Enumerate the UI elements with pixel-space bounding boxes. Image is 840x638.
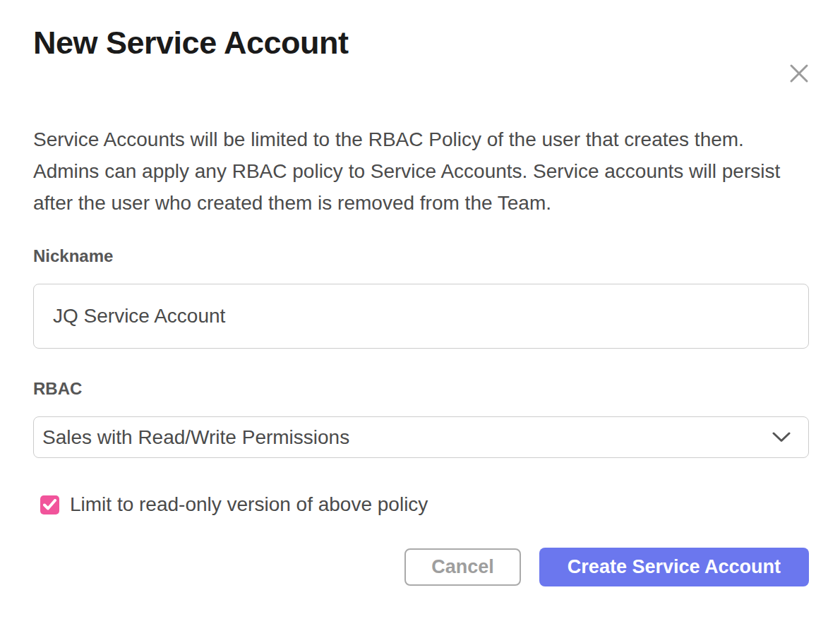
rbac-select[interactable]: Sales with Read/Write Permissions	[33, 416, 809, 458]
rbac-select-wrapper: Sales with Read/Write Permissions	[33, 416, 809, 458]
nickname-label: Nickname	[33, 246, 809, 266]
close-button[interactable]	[786, 61, 812, 86]
modal-actions: Cancel Create Service Account	[33, 548, 809, 586]
readonly-checkbox-label: Limit to read-only version of above poli…	[70, 493, 428, 516]
modal-title: New Service Account	[33, 27, 809, 59]
rbac-label: RBAC	[33, 379, 809, 399]
create-service-account-button[interactable]: Create Service Account	[539, 548, 809, 586]
cancel-button[interactable]: Cancel	[404, 548, 521, 586]
checkmark-icon	[43, 499, 56, 510]
new-service-account-modal: New Service Account Service Accounts wil…	[0, 27, 840, 638]
readonly-checkbox[interactable]	[40, 495, 59, 514]
modal-description: Service Accounts will be limited to the …	[33, 124, 809, 219]
readonly-checkbox-row[interactable]: Limit to read-only version of above poli…	[33, 493, 809, 516]
nickname-input[interactable]	[33, 284, 809, 349]
close-icon	[788, 63, 810, 84]
